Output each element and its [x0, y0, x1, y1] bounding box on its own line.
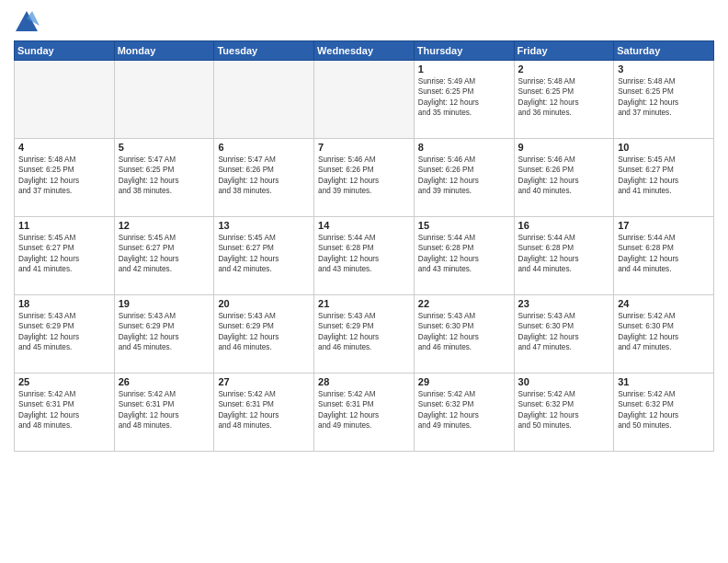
calendar-cell: 5Sunrise: 5:47 AM Sunset: 6:25 PM Daylig… [114, 139, 214, 217]
weekday-header-sunday: Sunday [15, 41, 115, 61]
calendar-cell: 6Sunrise: 5:47 AM Sunset: 6:26 PM Daylig… [214, 139, 314, 217]
day-number: 16 [518, 220, 610, 231]
logo [14, 9, 41, 35]
day-number: 5 [119, 142, 210, 153]
weekday-header-thursday: Thursday [414, 41, 514, 61]
day-info: Sunrise: 5:46 AM Sunset: 6:26 PM Dayligh… [418, 155, 510, 197]
calendar-cell: 17Sunrise: 5:44 AM Sunset: 6:28 PM Dayli… [614, 217, 714, 295]
day-info: Sunrise: 5:46 AM Sunset: 6:26 PM Dayligh… [518, 155, 610, 197]
day-info: Sunrise: 5:45 AM Sunset: 6:27 PM Dayligh… [218, 233, 310, 275]
calendar-cell: 30Sunrise: 5:42 AM Sunset: 6:32 PM Dayli… [514, 373, 614, 452]
day-info: Sunrise: 5:44 AM Sunset: 6:28 PM Dayligh… [418, 233, 510, 275]
calendar-cell: 19Sunrise: 5:43 AM Sunset: 6:29 PM Dayli… [114, 295, 214, 373]
calendar-cell: 18Sunrise: 5:43 AM Sunset: 6:29 PM Dayli… [15, 295, 115, 373]
day-number: 2 [518, 63, 610, 75]
calendar-cell: 9Sunrise: 5:46 AM Sunset: 6:26 PM Daylig… [514, 139, 614, 217]
day-info: Sunrise: 5:42 AM Sunset: 6:32 PM Dayligh… [418, 389, 510, 431]
day-number: 20 [218, 298, 310, 309]
day-number: 8 [418, 142, 510, 153]
day-info: Sunrise: 5:43 AM Sunset: 6:29 PM Dayligh… [218, 311, 310, 353]
day-info: Sunrise: 5:48 AM Sunset: 6:25 PM Dayligh… [618, 76, 710, 119]
calendar-cell: 13Sunrise: 5:45 AM Sunset: 6:27 PM Dayli… [214, 217, 314, 295]
day-number: 6 [218, 142, 310, 153]
day-number: 27 [218, 376, 310, 387]
day-info: Sunrise: 5:48 AM Sunset: 6:25 PM Dayligh… [518, 76, 610, 119]
weekday-header-tuesday: Tuesday [214, 41, 314, 61]
weekday-header-saturday: Saturday [614, 41, 714, 61]
calendar-cell: 1Sunrise: 5:49 AM Sunset: 6:25 PM Daylig… [414, 61, 514, 139]
calendar-cell [15, 61, 115, 139]
logo-icon [14, 9, 40, 35]
day-info: Sunrise: 5:43 AM Sunset: 6:29 PM Dayligh… [318, 311, 410, 353]
calendar-cell: 14Sunrise: 5:44 AM Sunset: 6:28 PM Dayli… [314, 217, 415, 295]
calendar-cell: 27Sunrise: 5:42 AM Sunset: 6:31 PM Dayli… [214, 373, 314, 452]
day-info: Sunrise: 5:44 AM Sunset: 6:28 PM Dayligh… [318, 233, 410, 275]
calendar-cell: 3Sunrise: 5:48 AM Sunset: 6:25 PM Daylig… [614, 61, 714, 139]
day-info: Sunrise: 5:43 AM Sunset: 6:29 PM Dayligh… [119, 311, 210, 353]
weekday-header-wednesday: Wednesday [314, 41, 415, 61]
calendar-cell: 7Sunrise: 5:46 AM Sunset: 6:26 PM Daylig… [314, 139, 415, 217]
calendar-cell: 4Sunrise: 5:48 AM Sunset: 6:25 PM Daylig… [15, 139, 115, 217]
day-info: Sunrise: 5:42 AM Sunset: 6:31 PM Dayligh… [318, 389, 410, 431]
calendar-cell: 12Sunrise: 5:45 AM Sunset: 6:27 PM Dayli… [114, 217, 214, 295]
week-row-2: 11Sunrise: 5:45 AM Sunset: 6:27 PM Dayli… [15, 217, 714, 295]
day-number: 1 [418, 63, 510, 75]
calendar-cell: 31Sunrise: 5:42 AM Sunset: 6:32 PM Dayli… [614, 373, 714, 452]
day-info: Sunrise: 5:46 AM Sunset: 6:26 PM Dayligh… [318, 155, 410, 197]
day-number: 7 [318, 142, 410, 153]
day-info: Sunrise: 5:45 AM Sunset: 6:27 PM Dayligh… [618, 155, 710, 197]
week-row-4: 25Sunrise: 5:42 AM Sunset: 6:31 PM Dayli… [15, 373, 714, 452]
day-number: 21 [318, 298, 410, 309]
day-number: 30 [518, 376, 610, 387]
day-info: Sunrise: 5:43 AM Sunset: 6:30 PM Dayligh… [518, 311, 610, 353]
day-number: 13 [218, 220, 310, 231]
day-info: Sunrise: 5:45 AM Sunset: 6:27 PM Dayligh… [119, 233, 210, 275]
day-number: 19 [119, 298, 210, 309]
calendar-cell: 2Sunrise: 5:48 AM Sunset: 6:25 PM Daylig… [514, 61, 614, 139]
calendar-cell: 11Sunrise: 5:45 AM Sunset: 6:27 PM Dayli… [15, 217, 115, 295]
day-info: Sunrise: 5:49 AM Sunset: 6:25 PM Dayligh… [418, 76, 510, 119]
day-number: 10 [618, 142, 710, 153]
calendar-cell: 28Sunrise: 5:42 AM Sunset: 6:31 PM Dayli… [314, 373, 415, 452]
calendar-cell: 25Sunrise: 5:42 AM Sunset: 6:31 PM Dayli… [15, 373, 115, 452]
calendar-cell: 16Sunrise: 5:44 AM Sunset: 6:28 PM Dayli… [514, 217, 614, 295]
calendar-cell [114, 61, 214, 139]
day-info: Sunrise: 5:45 AM Sunset: 6:27 PM Dayligh… [18, 233, 110, 275]
calendar-cell: 24Sunrise: 5:42 AM Sunset: 6:30 PM Dayli… [614, 295, 714, 373]
calendar-cell: 15Sunrise: 5:44 AM Sunset: 6:28 PM Dayli… [414, 217, 514, 295]
week-row-3: 18Sunrise: 5:43 AM Sunset: 6:29 PM Dayli… [15, 295, 714, 373]
day-number: 28 [318, 376, 410, 387]
day-info: Sunrise: 5:42 AM Sunset: 6:31 PM Dayligh… [18, 389, 110, 431]
calendar-cell: 8Sunrise: 5:46 AM Sunset: 6:26 PM Daylig… [414, 139, 514, 217]
day-number: 9 [518, 142, 610, 153]
day-info: Sunrise: 5:42 AM Sunset: 6:32 PM Dayligh… [618, 389, 710, 431]
day-number: 23 [518, 298, 610, 309]
day-number: 14 [318, 220, 410, 231]
day-info: Sunrise: 5:44 AM Sunset: 6:28 PM Dayligh… [618, 233, 710, 275]
calendar-cell: 21Sunrise: 5:43 AM Sunset: 6:29 PM Dayli… [314, 295, 415, 373]
day-number: 26 [119, 376, 210, 387]
day-number: 22 [418, 298, 510, 309]
day-number: 12 [119, 220, 210, 231]
calendar-cell: 10Sunrise: 5:45 AM Sunset: 6:27 PM Dayli… [614, 139, 714, 217]
day-info: Sunrise: 5:44 AM Sunset: 6:28 PM Dayligh… [518, 233, 610, 275]
calendar-cell [314, 61, 415, 139]
header [14, 9, 714, 35]
day-info: Sunrise: 5:42 AM Sunset: 6:32 PM Dayligh… [518, 389, 610, 431]
calendar-cell: 22Sunrise: 5:43 AM Sunset: 6:30 PM Dayli… [414, 295, 514, 373]
day-info: Sunrise: 5:47 AM Sunset: 6:25 PM Dayligh… [119, 155, 210, 197]
day-number: 17 [618, 220, 710, 231]
calendar-table: SundayMondayTuesdayWednesdayThursdayFrid… [14, 40, 714, 452]
day-info: Sunrise: 5:42 AM Sunset: 6:31 PM Dayligh… [119, 389, 210, 431]
week-row-0: 1Sunrise: 5:49 AM Sunset: 6:25 PM Daylig… [15, 61, 714, 139]
day-number: 4 [18, 142, 110, 153]
day-info: Sunrise: 5:47 AM Sunset: 6:26 PM Dayligh… [218, 155, 310, 197]
weekday-header-friday: Friday [514, 41, 614, 61]
calendar-cell: 29Sunrise: 5:42 AM Sunset: 6:32 PM Dayli… [414, 373, 514, 452]
calendar-cell: 23Sunrise: 5:43 AM Sunset: 6:30 PM Dayli… [514, 295, 614, 373]
calendar-cell [214, 61, 314, 139]
day-number: 25 [18, 376, 110, 387]
page: SundayMondayTuesdayWednesdayThursdayFrid… [0, 0, 728, 563]
day-info: Sunrise: 5:42 AM Sunset: 6:30 PM Dayligh… [618, 311, 710, 353]
calendar-cell: 20Sunrise: 5:43 AM Sunset: 6:29 PM Dayli… [214, 295, 314, 373]
